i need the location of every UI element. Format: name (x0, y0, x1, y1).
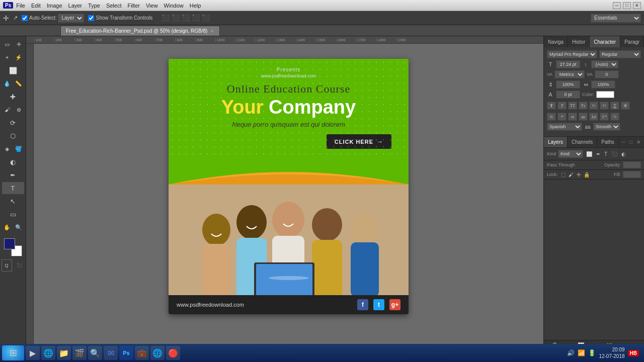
brush-tool[interactable]: 🖌 (2, 104, 13, 116)
tab-navigator[interactable]: Naviga (544, 36, 568, 47)
leading-select[interactable]: (Auto) (591, 60, 618, 68)
eyedropper-tool[interactable]: 💧 (2, 77, 13, 89)
faux-italic-button[interactable]: T (557, 102, 567, 110)
clone-stamp-tool[interactable]: ⊛ (14, 104, 24, 116)
contextual-button[interactable]: 1ˢᵗ (600, 113, 609, 121)
battery-icon[interactable]: 🔋 (588, 349, 596, 356)
layers-kind-select[interactable]: Kind (558, 150, 583, 158)
align-icon-1[interactable]: ⬛ (162, 14, 170, 22)
align-icon-3[interactable]: ⬛ (182, 14, 190, 22)
layers-filter-icon-1[interactable]: ⬜ (585, 150, 593, 158)
lasso-tool[interactable]: ⌖ (2, 51, 13, 63)
tab-channels[interactable]: Channels (568, 137, 597, 147)
ruler-tool[interactable]: 📏 (14, 77, 24, 89)
menu-image[interactable]: Image (47, 3, 62, 9)
font-family-select[interactable]: Myriad Pro Regular (547, 50, 597, 58)
kerning-select[interactable]: Metrics (554, 70, 585, 78)
twitter-icon[interactable]: t (373, 299, 384, 310)
language-select[interactable]: Spanish (547, 123, 582, 131)
document-tab[interactable]: Free_Education-Rich-Banner_Psd.psd @ 50%… (60, 26, 220, 36)
layers-expand-button[interactable]: □ (628, 139, 634, 145)
color-swatches[interactable] (4, 238, 22, 256)
ordinal-button[interactable]: st (568, 113, 577, 121)
auto-select-dropdown[interactable]: Layer (58, 14, 84, 23)
menu-view[interactable]: View (146, 3, 158, 9)
taskbar-app-browser-2[interactable]: 🌐 (150, 346, 165, 360)
speaker-icon[interactable]: 🔊 (567, 349, 575, 356)
opacity-input[interactable] (623, 161, 641, 168)
lock-transparent-icon[interactable]: ⬚ (561, 172, 566, 177)
hand-tool[interactable]: ✋ (2, 221, 13, 233)
minimize-button[interactable]: ─ (613, 2, 621, 9)
menu-select[interactable]: Select (106, 3, 122, 9)
canvas-scroll[interactable]: Presents www.psdfreedownload.com Online … (34, 44, 543, 351)
font-size-input[interactable]: 27.24 pt (556, 60, 580, 68)
pen-tool[interactable]: ✒ (2, 169, 24, 181)
layers-filter-icon-5[interactable]: ◐ (620, 150, 627, 158)
align-icon-4[interactable]: ⬛ (192, 14, 200, 22)
menu-layer[interactable]: Layer (68, 3, 83, 9)
gradient-tool[interactable]: ◈ (2, 143, 13, 155)
menu-help[interactable]: Help (190, 3, 201, 9)
layers-close-button[interactable]: ✕ (635, 139, 642, 145)
lock-all-icon[interactable]: 🔒 (584, 172, 590, 177)
small-caps-button[interactable]: Tт (579, 102, 588, 110)
type-tool[interactable]: T (2, 182, 24, 194)
layers-filter-icon-2[interactable]: ✒ (595, 150, 601, 158)
heal-tool[interactable]: ✚ (2, 90, 24, 103)
taskbar-app-mail[interactable]: ✉ (104, 346, 118, 360)
tab-paragraph[interactable]: Paragr (620, 36, 644, 47)
oldstyle-button[interactable]: ⌗ (557, 113, 567, 121)
tab-close-button[interactable]: ✕ (210, 29, 214, 34)
underline-button[interactable]: T (610, 102, 619, 110)
screen-mode-button[interactable]: ⬛ (14, 259, 25, 272)
workspace-dropdown[interactable]: Essentials (591, 14, 641, 23)
tab-paths[interactable]: Paths (597, 137, 619, 147)
zoom-tool[interactable]: 🔍 (14, 221, 24, 233)
eraser-tool[interactable]: ⬡ (2, 130, 24, 142)
maximize-button[interactable]: □ (623, 2, 631, 9)
taskbar-app-red[interactable]: 🔴 (166, 346, 180, 360)
taskbar-app-work[interactable]: 💼 (135, 346, 149, 360)
crop-tool[interactable]: ⬜ (2, 64, 24, 76)
taskbar-app-media[interactable]: 🎬 (72, 346, 87, 360)
taskbar-app-photoshop[interactable]: Ps (119, 346, 133, 360)
tracking-input[interactable]: 0 (595, 70, 619, 78)
shape-tool[interactable]: ▭ (2, 208, 24, 220)
googleplus-icon[interactable]: g+ (389, 299, 400, 310)
quick-mask-button[interactable]: Q (2, 259, 12, 272)
swash-button[interactable]: aa (579, 113, 588, 121)
transform-checkbox[interactable] (88, 15, 94, 21)
tab-character[interactable]: Character (590, 36, 620, 47)
fill-input[interactable] (623, 171, 641, 178)
dodge-tool[interactable]: ◐ (2, 156, 24, 168)
baseline-input[interactable]: 0 pt (556, 90, 580, 99)
foreground-color-swatch[interactable] (4, 238, 15, 249)
quick-select-tool[interactable]: ⚡ (14, 51, 24, 63)
click-here-button[interactable]: CLICK HERE → (327, 134, 391, 149)
move-tool[interactable]: ✛ (14, 38, 24, 50)
align-icon-2[interactable]: ⬛ (172, 14, 180, 22)
menu-edit[interactable]: Edit (31, 3, 41, 9)
layers-filter-icon-3[interactable]: T (603, 150, 608, 158)
marquee-tool[interactable]: ▭ (2, 38, 13, 50)
close-button[interactable]: ✕ (633, 2, 641, 9)
taskbar-app-media-player[interactable]: ▶ (26, 346, 40, 360)
subscript-button[interactable]: T1 (600, 102, 609, 110)
facebook-icon[interactable]: f (357, 299, 368, 310)
taskbar-app-explorer[interactable]: 📁 (57, 346, 71, 360)
taskbar-app-browser-1[interactable]: 🌐 (41, 346, 55, 360)
horiz-scale-input[interactable]: 100% (591, 80, 615, 88)
strikethrough-button[interactable]: T (621, 102, 630, 110)
titling-button[interactable]: 1st (589, 113, 598, 121)
font-style-select[interactable]: Regular (599, 50, 641, 58)
lock-image-icon[interactable]: 🖌 (569, 172, 574, 177)
menu-file[interactable]: File (16, 3, 25, 9)
menu-window[interactable]: Window (164, 3, 184, 9)
all-caps-button[interactable]: TT (568, 102, 577, 110)
tab-layers[interactable]: Layers (544, 137, 568, 147)
align-icon-5[interactable]: ⬛ (202, 14, 210, 22)
layers-collapse-button[interactable]: ─ (620, 139, 627, 145)
lock-position-icon[interactable]: ✛ (577, 172, 581, 177)
menu-type[interactable]: Type (88, 3, 100, 9)
